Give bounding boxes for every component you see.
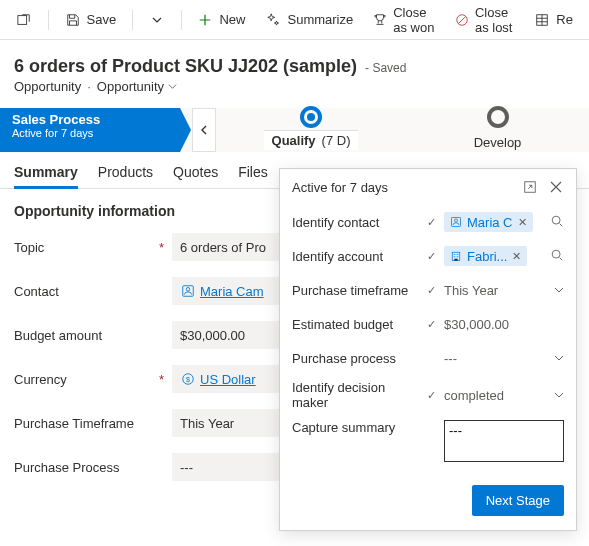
stage-develop-label: Develop bbox=[474, 135, 522, 150]
purchase-process-label: Purchase Process bbox=[14, 460, 120, 475]
clear-icon[interactable]: ✕ bbox=[510, 250, 523, 263]
step-process-select[interactable]: --- bbox=[444, 346, 564, 370]
step-identify-account: Identify account ✓ Fabri...✕ bbox=[292, 239, 564, 273]
check-icon: ✓ bbox=[424, 250, 438, 263]
command-bar: Save New Summarize Close as won Close as… bbox=[0, 0, 589, 40]
close-won-button[interactable]: Close as won bbox=[365, 1, 443, 39]
svg-point-10 bbox=[552, 216, 560, 224]
stage-qualify-duration: (7 D) bbox=[322, 133, 351, 148]
entity-name: Opportunity bbox=[14, 79, 81, 94]
save-button[interactable]: Save bbox=[57, 8, 125, 32]
check-icon: ✓ bbox=[424, 389, 438, 402]
record-title: 6 orders of Product SKU JJ202 (sample) bbox=[14, 56, 357, 77]
chevron-down-icon bbox=[168, 82, 177, 91]
save-options-button[interactable] bbox=[141, 8, 173, 32]
save-icon bbox=[65, 12, 81, 28]
dock-icon[interactable] bbox=[522, 179, 538, 195]
step-purchase-process: Purchase process --- bbox=[292, 341, 564, 375]
summarize-label: Summarize bbox=[287, 12, 353, 27]
contact-icon bbox=[448, 214, 464, 230]
recalc-label: Re bbox=[556, 12, 573, 27]
next-stage-button[interactable]: Next Stage bbox=[472, 485, 564, 516]
step-decision-select[interactable]: completed bbox=[444, 383, 564, 407]
step-identify-contact: Identify contact ✓ Maria C✕ bbox=[292, 205, 564, 239]
tab-products[interactable]: Products bbox=[98, 164, 153, 188]
step-budget: Estimated budget ✓ $30,000.00 bbox=[292, 307, 564, 341]
process-name: Sales Process bbox=[12, 112, 160, 127]
process-back-button[interactable] bbox=[192, 108, 216, 152]
check-icon: ✓ bbox=[424, 284, 438, 297]
form-selector[interactable]: Opportunity bbox=[97, 79, 177, 94]
summarize-button[interactable]: Summarize bbox=[257, 8, 361, 32]
svg-point-4 bbox=[186, 288, 190, 292]
stage-indicator-icon bbox=[300, 106, 322, 128]
required-indicator: * bbox=[159, 240, 164, 255]
tab-quotes[interactable]: Quotes bbox=[173, 164, 218, 188]
chevron-down-icon bbox=[554, 388, 564, 403]
currency-label: Currency bbox=[14, 372, 67, 387]
step-capture-summary: Capture summary bbox=[292, 415, 564, 467]
clear-icon[interactable]: ✕ bbox=[516, 216, 529, 229]
tab-summary[interactable]: Summary bbox=[14, 164, 78, 188]
check-icon: ✓ bbox=[424, 216, 438, 229]
popout-icon bbox=[16, 12, 32, 28]
chevron-down-icon bbox=[149, 12, 165, 28]
popout-button[interactable] bbox=[8, 8, 40, 32]
process-header[interactable]: Sales Process Active for 7 days bbox=[0, 108, 180, 152]
currency-icon: $ bbox=[180, 371, 196, 387]
close-lost-button[interactable]: Close as lost bbox=[447, 1, 522, 39]
sparkle-icon bbox=[265, 12, 281, 28]
stage-qualify[interactable]: Qualify (7 D) bbox=[216, 108, 406, 152]
stage-develop[interactable]: Develop bbox=[406, 108, 589, 152]
chevron-down-icon bbox=[554, 351, 564, 366]
contact-label: Contact bbox=[14, 284, 59, 299]
svg-point-9 bbox=[455, 219, 458, 222]
tab-files[interactable]: Files bbox=[238, 164, 268, 188]
process-duration: Active for 7 days bbox=[12, 127, 160, 139]
topic-label: Topic bbox=[14, 240, 44, 255]
prohibit-icon bbox=[455, 12, 469, 28]
step-timeframe: Purchase timeframe ✓ This Year bbox=[292, 273, 564, 307]
search-icon[interactable] bbox=[550, 248, 564, 265]
business-process-flow: Sales Process Active for 7 days Qualify … bbox=[0, 108, 589, 152]
stage-qualify-label: Qualify bbox=[272, 133, 316, 148]
svg-rect-0 bbox=[18, 15, 27, 24]
step-budget-input[interactable]: $30,000.00 bbox=[444, 312, 564, 336]
recalculate-button[interactable]: Re bbox=[526, 8, 581, 32]
search-icon[interactable] bbox=[550, 214, 564, 231]
close-won-label: Close as won bbox=[393, 5, 435, 35]
save-label: Save bbox=[87, 12, 117, 27]
step-summary-textarea[interactable] bbox=[444, 420, 564, 462]
grid-icon bbox=[534, 12, 550, 28]
record-header: 6 orders of Product SKU JJ202 (sample) -… bbox=[0, 40, 589, 102]
step-timeframe-select[interactable]: This Year bbox=[444, 278, 564, 302]
plus-icon bbox=[197, 12, 213, 28]
check-icon: ✓ bbox=[424, 318, 438, 331]
timeframe-label: Purchase Timeframe bbox=[14, 416, 134, 431]
close-lost-label: Close as lost bbox=[475, 5, 514, 35]
stage-flyout: Active for 7 days Identify contact ✓ Mar… bbox=[279, 168, 577, 531]
step-decision-maker: Identify decision maker ✓ completed bbox=[292, 375, 564, 415]
chevron-down-icon bbox=[554, 283, 564, 298]
step-contact-lookup[interactable]: Maria C✕ bbox=[444, 210, 564, 234]
svg-text:$: $ bbox=[186, 376, 190, 383]
flyout-title: Active for 7 days bbox=[292, 180, 388, 195]
contact-icon bbox=[180, 283, 196, 299]
svg-point-12 bbox=[552, 250, 560, 258]
close-icon[interactable] bbox=[548, 179, 564, 195]
new-button[interactable]: New bbox=[189, 8, 253, 32]
account-icon bbox=[448, 248, 464, 264]
step-account-lookup[interactable]: Fabri...✕ bbox=[444, 244, 564, 268]
required-indicator: * bbox=[159, 372, 164, 387]
trophy-icon bbox=[373, 12, 387, 28]
stage-indicator-icon bbox=[487, 106, 509, 128]
new-label: New bbox=[219, 12, 245, 27]
budget-label: Budget amount bbox=[14, 328, 102, 343]
save-status: - Saved bbox=[365, 61, 406, 75]
